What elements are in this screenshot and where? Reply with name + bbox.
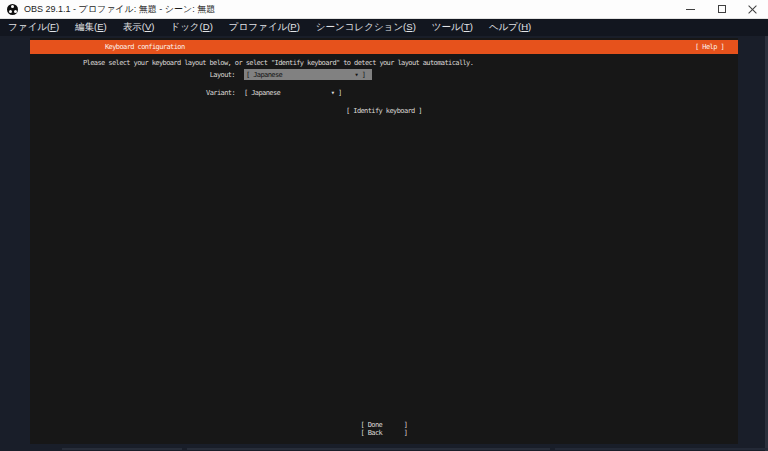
done-button[interactable]: [ Done ] bbox=[30, 421, 738, 429]
menu-item-edit[interactable]: 編集(E) bbox=[67, 21, 115, 34]
menu-item-docks[interactable]: ドック(D) bbox=[162, 21, 220, 34]
dock-divider bbox=[555, 448, 768, 450]
dock-divider bbox=[62, 448, 182, 450]
maximize-button[interactable] bbox=[706, 0, 737, 19]
menu-label: ファイル( bbox=[8, 21, 50, 32]
close-button[interactable] bbox=[737, 0, 768, 19]
menu-label: ) bbox=[528, 21, 531, 32]
menu-label: ドック( bbox=[170, 21, 202, 32]
menu-label: ) bbox=[104, 21, 107, 32]
menu-label: プロファイル( bbox=[229, 21, 291, 32]
menu-item-scene-collection[interactable]: シーンコレクション(S) bbox=[308, 21, 424, 34]
help-button[interactable]: [ Help ] bbox=[695, 43, 724, 51]
menu-label: 表示( bbox=[123, 21, 145, 32]
menu-item-file[interactable]: ファイル(F) bbox=[0, 21, 67, 34]
menu-label: ) bbox=[210, 21, 213, 32]
menu-label: ) bbox=[56, 21, 59, 32]
menu-label: ツール( bbox=[432, 21, 464, 32]
menu-item-view[interactable]: 表示(V) bbox=[115, 21, 163, 34]
menu-label: ヘルプ( bbox=[489, 21, 521, 32]
menu-label: ) bbox=[413, 21, 416, 32]
close-icon bbox=[748, 5, 757, 14]
menu-item-tools[interactable]: ツール(T) bbox=[424, 21, 481, 34]
layout-select[interactable]: [ Japanese ▾ ] bbox=[244, 69, 372, 80]
minimize-icon bbox=[686, 9, 695, 10]
layout-field-label: Layout: bbox=[150, 71, 235, 79]
menu-bar: ファイル(F) 編集(E) 表示(V) ドック(D) プロファイル(P) シーン… bbox=[0, 19, 768, 36]
menu-item-profile[interactable]: プロファイル(P) bbox=[221, 21, 308, 34]
maximize-icon bbox=[718, 5, 726, 13]
variant-select[interactable]: [ Japanese ▾ ] bbox=[244, 89, 342, 97]
menu-label: ) bbox=[470, 21, 473, 32]
back-button[interactable]: [ Back ] bbox=[30, 429, 738, 437]
menu-label: ) bbox=[151, 21, 154, 32]
menu-item-help[interactable]: ヘルプ(H) bbox=[481, 21, 539, 34]
installer-header-bar: Keyboard configuration [ Help ] bbox=[30, 40, 738, 54]
menu-label: ) bbox=[297, 21, 300, 32]
variant-field-label: Variant: bbox=[150, 89, 235, 97]
dock-divider bbox=[187, 448, 550, 450]
menu-label: シーンコレクション( bbox=[316, 21, 406, 32]
obs-logo-icon bbox=[7, 4, 18, 15]
installer-header-title: Keyboard configuration bbox=[105, 43, 185, 51]
identify-keyboard-button[interactable]: [ Identify keyboard ] bbox=[30, 107, 738, 115]
menu-label: 編集( bbox=[75, 21, 97, 32]
minimize-button[interactable] bbox=[675, 0, 706, 19]
installer-instruction: Please select your keyboard layout below… bbox=[83, 59, 473, 67]
window-controls bbox=[675, 0, 768, 19]
preview-screen: Keyboard configuration [ Help ] Please s… bbox=[30, 38, 738, 444]
window-title: OBS 29.1.1 - プロファイル: 無題 - シーン: 無題 bbox=[24, 3, 215, 16]
menu-accel: D bbox=[203, 21, 210, 32]
window-titlebar: OBS 29.1.1 - プロファイル: 無題 - シーン: 無題 bbox=[0, 0, 768, 19]
